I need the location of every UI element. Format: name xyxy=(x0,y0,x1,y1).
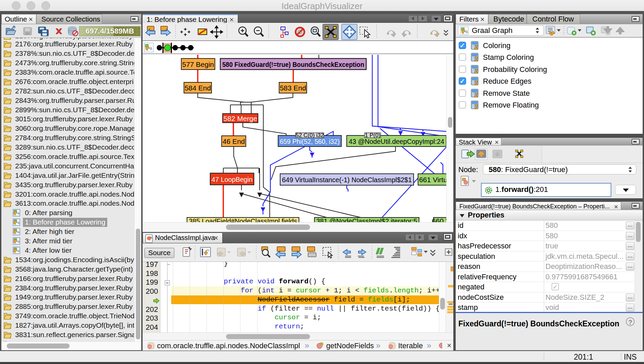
svg-text:661 Virtu: 661 Virtu xyxy=(419,176,446,184)
svg-text:580 FixedGuard(!=true) BoundsC: 580 FixedGuard(!=true) BoundsCheckExcept… xyxy=(222,60,364,68)
svg-text:43 @NodeUtil.deepCopyImpl:24: 43 @NodeUtil.deepCopyImpl:24 xyxy=(349,137,444,145)
svg-text:584 End: 584 End xyxy=(185,84,211,92)
svg-text:47 LoopBegin: 47 LoopBegin xyxy=(212,175,253,183)
svg-text:46 End: 46 End xyxy=(223,137,245,145)
svg-text:577 Begin: 577 Begin xyxy=(182,60,214,68)
svg-text:385 LoadField#NodeClassImpl fi: 385 LoadField#NodeClassImpl fields xyxy=(189,217,297,222)
svg-text:381 @NodeClassImpl$2.iterator:: 381 @NodeClassImpl$2.iterator:5 xyxy=(316,217,417,222)
svg-text:582 Merge: 582 Merge xyxy=(223,115,257,122)
svg-text:660 V: 660 V xyxy=(432,217,446,222)
svg-text:583 End: 583 End xyxy=(280,84,306,92)
svg-text:649 VirtualInstance(-1) NodeCl: 649 VirtualInstance(-1) NodeClassImpl$2$… xyxy=(282,176,412,184)
svg-text:1 P(0): 1 P(0) xyxy=(365,132,380,138)
svg-text:52 C(0) i32: 52 C(0) i32 xyxy=(296,132,324,138)
